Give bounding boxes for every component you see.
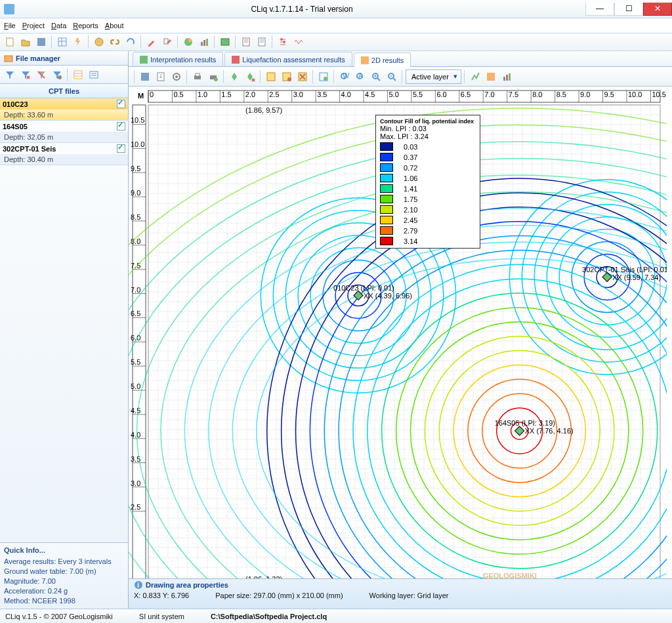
svg-rect-19 [232,56,240,64]
wave-icon[interactable] [291,35,306,49]
svg-rect-17 [90,71,98,78]
svg-text:6.5: 6.5 [461,90,471,98]
quick-info-gwt: Ground water table: 7.00 (m) [4,567,124,576]
refresh-icon[interactable] [123,35,138,49]
checkbox-icon[interactable] [117,144,125,153]
checkbox-icon[interactable] [117,100,125,108]
svg-text:2.0: 2.0 [245,90,255,98]
new-file-icon[interactable] [3,35,17,49]
zoom-in-icon[interactable] [369,70,383,84]
layer-yellow-icon[interactable] [264,70,278,84]
minimize-button[interactable]: — [585,3,614,16]
svg-text:7.0: 7.0 [131,286,140,294]
cpt-files-header: CPT files [0,84,128,98]
status-bar: CLiq v.1.5 - © 2007 GeoLogismiki SI unit… [0,609,672,623]
map-icon[interactable] [218,35,232,49]
filter-settings-icon[interactable] [50,68,64,82]
maximize-button[interactable]: ☐ [614,3,643,16]
zoom-fit-icon[interactable] [316,70,331,84]
active-layer-dropdown[interactable]: Active layer [406,70,461,84]
menu-file[interactable]: File [4,22,16,30]
open-file-icon[interactable] [18,35,33,49]
zoom-window-icon[interactable]: W [337,70,352,84]
checkbox-icon[interactable] [117,122,125,131]
menu-data[interactable]: Data [51,22,66,30]
quick-info-method: Method: NCEER 1998 [4,596,124,606]
zoom-out-icon[interactable] [385,70,399,84]
layer-delete-icon[interactable] [295,70,310,84]
table-icon[interactable] [71,68,85,82]
svg-text:302CPT-01 Seis (LPI: 0.01): 302CPT-01 Seis (LPI: 0.01) [582,266,667,273]
svg-text:9.0: 9.0 [131,189,140,197]
svg-text:9.5: 9.5 [131,165,140,172]
duplicate-edit-icon[interactable] [160,35,175,49]
grid-icon[interactable] [55,35,70,49]
filter-clear-icon[interactable] [34,68,49,82]
close-button[interactable]: ✕ [643,3,672,16]
svg-rect-14 [5,56,12,62]
report-icon[interactable] [239,35,253,49]
pie-chart-icon[interactable] [181,35,196,49]
filter-remove-icon[interactable] [18,68,33,82]
remove-green-icon[interactable] [243,70,257,84]
file-manager-toolbar [0,66,128,84]
results-pane: Interpretation results Liquefaction asse… [129,51,672,609]
edit-icon[interactable] [144,35,159,49]
svg-rect-20 [361,56,369,64]
chart-type1-icon[interactable] [468,70,482,84]
add-green-icon[interactable] [227,70,242,84]
cpt-name: 164S05 [3,123,28,131]
svg-text:M: M [138,92,144,100]
tab-liquefaction[interactable]: Liquefaction assessment results [224,52,352,66]
menu-about[interactable]: About [105,22,124,30]
layer-red-icon[interactable] [280,70,294,84]
svg-text:0.5: 0.5 [173,90,183,98]
svg-point-262 [257,259,667,578]
report2-icon[interactable] [255,35,269,49]
quick-info-header: Quick Info... [4,546,124,555]
results-tabs: Interpretation results Liquefaction asse… [129,51,672,67]
chart-type2-icon[interactable] [484,70,498,84]
menu-reports[interactable]: Reports [73,22,98,30]
coin-icon[interactable] [92,35,106,49]
cpt-item[interactable]: 164S05 Depth: 32.05 m [0,121,128,143]
svg-text:5.5: 5.5 [413,90,423,98]
cpt-depth: Depth: 30.40 m [0,154,128,165]
link-icon[interactable] [108,35,122,49]
tab-2d-results[interactable]: 2D results [354,52,411,67]
lightning-icon[interactable] [71,35,85,49]
legend-max: Max. LPI : 3.24 [380,132,476,140]
status-path: C:\Softpedia\Softpedia Project.clq [211,613,327,620]
zoom-all-icon[interactable]: A [353,70,368,84]
svg-text:3.5: 3.5 [317,90,327,98]
window-buttons: — ☐ ✕ [585,3,672,16]
settings-icon[interactable] [169,70,184,84]
svg-text:(1.86, 9.57): (1.86, 9.57) [245,106,282,114]
quick-info-mag: Magnitude: 7.00 [4,576,124,586]
cpt-item[interactable]: 302CPT-01 Seis Depth: 30.40 m [0,143,128,165]
svg-rect-43 [506,75,508,81]
cpt-file-list: 010C23 Depth: 33.60 m 164S05 Depth: 32.0… [0,98,128,542]
chart-type3-icon[interactable] [499,70,514,84]
contour-plot[interactable]: M 00.51.01.52.02.53.03.54.04.55.05.56.06… [129,87,672,578]
svg-point-15 [58,75,62,79]
print-icon[interactable] [190,70,205,84]
quick-info-avg: Average results: Every 3 intervals [4,557,124,567]
svg-text:i: i [137,581,139,589]
cpt-name: 010C23 [3,100,28,108]
filter1-icon[interactable] [3,68,17,82]
dap-xy: X: 0.833 Y: 6.796 [134,592,189,599]
list-icon[interactable] [87,68,101,82]
tab-interpretation[interactable]: Interpretation results [133,52,223,66]
cpt-item[interactable]: 010C23 Depth: 33.60 m [0,98,128,121]
menu-project[interactable]: Project [22,22,45,30]
svg-rect-7 [203,40,205,46]
svg-text:XX (9.59, 7.34): XX (9.59, 7.34) [612,273,661,281]
export-icon[interactable] [154,70,168,84]
print-preview-icon[interactable] [206,70,220,84]
save-icon[interactable] [34,35,49,49]
save-plot-icon[interactable] [138,70,152,84]
svg-rect-41 [487,73,495,81]
slider-icon[interactable] [276,35,290,49]
bar-chart-icon[interactable] [197,35,211,49]
